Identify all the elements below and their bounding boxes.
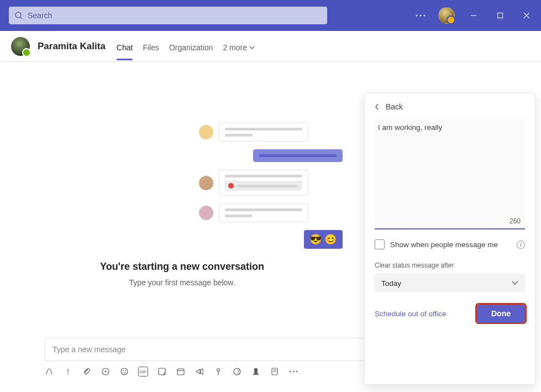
conversation-empty-state: You're starting a new conversation Type … bbox=[0, 261, 364, 287]
info-icon[interactable]: i bbox=[517, 241, 525, 249]
back-button[interactable]: Back bbox=[375, 102, 525, 111]
svg-point-17 bbox=[217, 369, 220, 372]
svg-point-24 bbox=[290, 371, 291, 373]
svg-point-12 bbox=[123, 370, 124, 372]
more-horizontal-icon[interactable] bbox=[414, 9, 427, 22]
titlebar-actions bbox=[414, 7, 534, 24]
svg-point-3 bbox=[419, 14, 421, 16]
tab-more[interactable]: 2 more bbox=[223, 33, 255, 60]
illustration-emoji-bubble: 😎 😊 bbox=[304, 230, 342, 249]
window-close-button[interactable] bbox=[519, 8, 534, 23]
search-icon bbox=[14, 11, 23, 20]
svg-point-10 bbox=[105, 371, 107, 373]
emoji-icon[interactable] bbox=[119, 367, 129, 377]
user-avatar[interactable] bbox=[438, 7, 455, 24]
status-message-input[interactable] bbox=[378, 123, 522, 212]
tab-organization[interactable]: Organization bbox=[169, 33, 213, 60]
clear-after-select[interactable]: Today bbox=[375, 274, 525, 292]
more-actions-icon[interactable] bbox=[288, 367, 298, 377]
svg-rect-15 bbox=[177, 369, 184, 375]
format-icon[interactable] bbox=[44, 367, 54, 377]
contact-name: Paramita Kalita bbox=[38, 41, 106, 52]
updates-icon[interactable] bbox=[270, 367, 280, 377]
contact-avatar[interactable] bbox=[11, 37, 30, 56]
praise-icon[interactable] bbox=[251, 367, 261, 377]
stream-icon[interactable] bbox=[195, 367, 204, 377]
svg-rect-20 bbox=[253, 374, 259, 375]
schedule-icon[interactable] bbox=[176, 367, 186, 377]
char-remaining: 260 bbox=[510, 217, 521, 225]
tab-chat[interactable]: Chat bbox=[117, 33, 133, 60]
show-when-message-checkbox[interactable] bbox=[375, 239, 385, 249]
back-label: Back bbox=[386, 102, 403, 111]
done-button[interactable]: Done bbox=[477, 305, 525, 322]
loop-icon[interactable] bbox=[101, 367, 111, 377]
titlebar bbox=[0, 0, 541, 31]
priority-icon[interactable]: ! bbox=[63, 367, 73, 377]
sticker-icon[interactable] bbox=[157, 367, 167, 377]
tab-more-label: 2 more bbox=[223, 43, 247, 52]
chat-header: Paramita Kalita Chat Files Organization … bbox=[0, 31, 541, 62]
clear-after-label: Clear status message after bbox=[375, 262, 525, 269]
svg-point-0 bbox=[15, 12, 21, 18]
conversation-illustration: 😎 😊 bbox=[199, 123, 343, 257]
svg-rect-6 bbox=[498, 13, 503, 18]
clear-after-value: Today bbox=[381, 279, 401, 288]
search-box[interactable] bbox=[9, 7, 327, 24]
status-message-field-wrap: 260 bbox=[375, 119, 525, 229]
window-maximize-button[interactable] bbox=[492, 8, 508, 23]
svg-point-13 bbox=[125, 370, 126, 372]
illustration-bubble bbox=[219, 170, 308, 196]
illustration-bubble bbox=[219, 123, 308, 142]
svg-point-2 bbox=[416, 14, 417, 16]
status-message-panel: Back 260 Show when people message me i C… bbox=[364, 93, 535, 385]
gif-icon[interactable]: GIF bbox=[138, 367, 148, 377]
tab-files[interactable]: Files bbox=[143, 33, 159, 60]
show-when-message-label: Show when people message me bbox=[390, 241, 511, 249]
illustration-avatar bbox=[199, 176, 213, 190]
chat-tabs: Chat Files Organization 2 more bbox=[117, 33, 255, 60]
empty-state-headline: You're starting a new conversation bbox=[0, 261, 364, 273]
chevron-down-icon bbox=[249, 46, 255, 49]
svg-line-1 bbox=[20, 17, 22, 19]
conversation-area: 😎 😊 You're starting a new conversation T… bbox=[0, 62, 541, 392]
illustration-avatar bbox=[199, 206, 213, 220]
svg-rect-19 bbox=[254, 368, 258, 374]
empty-state-subtext: Type your first message below. bbox=[0, 278, 364, 287]
illustration-bubble bbox=[219, 203, 308, 222]
svg-point-25 bbox=[293, 371, 295, 373]
approval-icon[interactable] bbox=[213, 367, 223, 377]
attach-icon[interactable] bbox=[82, 367, 92, 377]
search-input[interactable] bbox=[28, 11, 322, 20]
chevron-left-icon bbox=[375, 103, 379, 110]
svg-point-4 bbox=[423, 14, 425, 16]
svg-point-26 bbox=[296, 371, 298, 373]
illustration-bubble bbox=[253, 149, 343, 162]
window-minimize-button[interactable] bbox=[466, 8, 481, 23]
illustration-avatar bbox=[199, 125, 213, 139]
chevron-down-icon bbox=[512, 281, 518, 285]
schedule-ooo-link[interactable]: Schedule out of office bbox=[375, 310, 447, 318]
svg-point-11 bbox=[121, 368, 128, 375]
viva-icon[interactable] bbox=[232, 367, 242, 377]
